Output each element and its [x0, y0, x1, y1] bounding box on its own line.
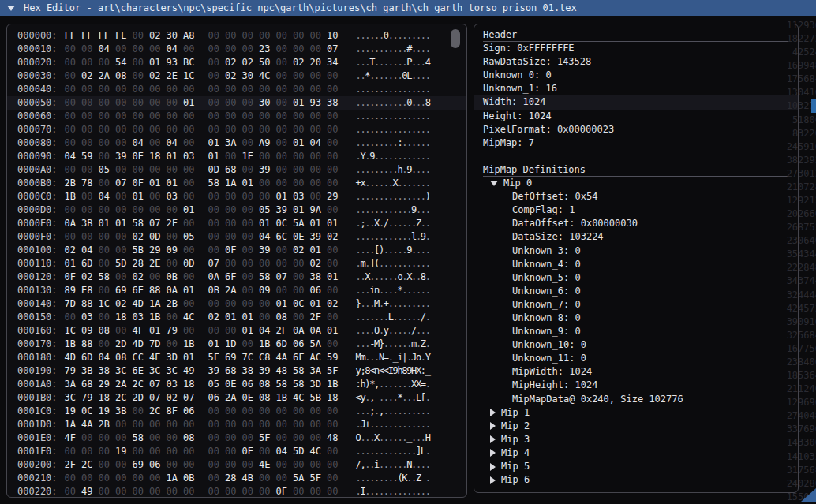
hex-byte[interactable]: 00 — [293, 271, 305, 284]
hex-byte[interactable]: 00 — [327, 110, 339, 123]
hex-byte[interactable]: 2C — [115, 391, 127, 405]
hex-ascii[interactable]: .m.](........... — [346, 257, 430, 271]
hex-ascii[interactable]: .Y.9............ — [346, 150, 430, 163]
hex-byte[interactable]: 00 — [183, 190, 195, 203]
hex-byte[interactable]: 00 — [310, 190, 322, 203]
hex-byte[interactable]: 00 — [327, 257, 339, 271]
hex-ascii[interactable]: ...............) — [346, 190, 430, 203]
hex-byte[interactable]: 01 — [310, 217, 322, 230]
hex-byte[interactable]: 00 — [208, 431, 220, 445]
hex-ascii[interactable]: O...X......_...H — [346, 431, 430, 445]
hex-byte[interactable]: C8 — [259, 351, 271, 364]
hex-byte[interactable]: 00 — [81, 230, 93, 244]
hex-byte[interactable]: 00 — [65, 230, 77, 244]
hex-byte[interactable]: 19 — [99, 405, 110, 418]
hex-byte[interactable]: 00 — [208, 83, 220, 96]
hex-byte[interactable]: 00 — [242, 203, 254, 217]
hex-byte[interactable]: 01 — [115, 217, 127, 230]
hex-byte[interactable]: 03 — [167, 190, 178, 203]
hex-byte[interactable]: 02 — [327, 297, 339, 311]
hex-ascii[interactable]: +x......X....... — [346, 177, 430, 190]
hex-byte[interactable]: 2B — [167, 297, 178, 311]
hex-byte[interactable]: 00 — [327, 83, 339, 96]
hex-byte[interactable]: 0A — [208, 271, 220, 284]
hex-byte[interactable]: 00 — [115, 431, 127, 445]
hex-byte[interactable]: 00 — [208, 297, 220, 311]
hex-byte[interactable]: 04 — [167, 43, 178, 56]
hex-byte[interactable]: 5B — [133, 244, 144, 257]
hex-byte[interactable]: 01 — [167, 150, 178, 163]
hex-byte[interactable]: 06 — [149, 458, 161, 472]
hex-byte[interactable]: 0C — [276, 217, 288, 230]
hex-byte[interactable]: 00 — [65, 69, 77, 83]
hex-byte[interactable]: 04 — [99, 190, 110, 203]
hex-byte[interactable]: 2B — [65, 177, 77, 190]
hex-byte[interactable]: 50 — [259, 56, 271, 69]
hex-byte[interactable]: 00 — [276, 257, 288, 271]
hex-byte[interactable]: 00 — [208, 110, 220, 123]
hex-byte[interactable]: 00 — [242, 29, 254, 43]
hex-byte[interactable]: 00 — [276, 163, 288, 177]
hex-byte[interactable]: 69 — [115, 284, 127, 297]
hex-byte[interactable]: 00 — [133, 123, 144, 136]
hex-byte[interactable]: 00 — [81, 431, 93, 445]
tree-collapsed-icon[interactable] — [490, 435, 496, 443]
hex-byte[interactable]: 00 — [310, 69, 322, 83]
hex-byte[interactable]: 68 — [225, 364, 237, 378]
hex-byte[interactable]: 2B — [99, 418, 110, 431]
hex-byte[interactable]: 02 — [81, 271, 93, 284]
hex-byte[interactable]: 28 — [225, 472, 237, 485]
hex-byte[interactable]: 4C — [293, 391, 305, 405]
hex-byte[interactable]: 08 — [276, 311, 288, 324]
hex-byte[interactable]: 08 — [259, 391, 271, 405]
hex-byte[interactable]: 39 — [259, 163, 271, 177]
hex-byte[interactable]: FF — [99, 29, 110, 43]
hex-byte[interactable]: 01 — [149, 177, 161, 190]
hex-byte[interactable]: 00 — [115, 271, 127, 284]
hex-byte[interactable]: 9A — [310, 203, 322, 217]
hex-byte[interactable]: 08 — [259, 378, 271, 391]
hex-byte[interactable]: 07 — [115, 177, 127, 190]
hex-byte[interactable]: 00 — [293, 29, 305, 43]
hex-byte[interactable]: 4D — [65, 351, 77, 364]
hex-byte[interactable]: 48 — [327, 431, 339, 445]
hex-byte[interactable]: 00 — [149, 485, 161, 498]
hex-byte[interactable]: 09 — [81, 324, 93, 338]
hex-byte[interactable]: FE — [115, 29, 127, 43]
hex-byte[interactable]: 0B — [167, 271, 178, 284]
hex-byte[interactable]: 00 — [259, 29, 271, 43]
hex-byte[interactable]: 00 — [149, 445, 161, 458]
hex-byte[interactable]: 00 — [276, 418, 288, 431]
hex-byte[interactable]: 00 — [99, 458, 110, 472]
hex-byte[interactable]: 00 — [167, 83, 178, 96]
hex-byte[interactable]: 00 — [327, 485, 339, 498]
hex-byte[interactable]: 5F — [310, 472, 322, 485]
hex-scrollbar-thumb[interactable] — [451, 29, 460, 48]
hex-byte[interactable]: 49 — [183, 364, 195, 378]
hex-byte[interactable]: 58 — [259, 271, 271, 284]
hex-byte[interactable]: 58 — [133, 217, 144, 230]
hex-byte[interactable]: 00 — [167, 445, 178, 458]
hex-byte[interactable]: 02 — [293, 244, 305, 257]
hex-byte[interactable]: 00 — [293, 123, 305, 136]
hex-byte[interactable]: 3B — [81, 364, 93, 378]
hex-byte[interactable]: 0C — [293, 297, 305, 311]
hex-byte[interactable]: 78 — [81, 177, 93, 190]
hex-byte[interactable]: 00 — [183, 110, 195, 123]
hex-byte[interactable]: 00 — [242, 284, 254, 297]
hex-byte[interactable]: 00 — [327, 69, 339, 83]
hex-byte[interactable]: 00 — [99, 136, 110, 150]
hex-byte[interactable]: 00 — [149, 110, 161, 123]
hex-byte[interactable]: 00 — [133, 445, 144, 458]
hex-ascii[interactable]: .I.............. — [346, 485, 430, 498]
hex-ascii[interactable]: ............9... — [346, 203, 430, 217]
hex-byte[interactable]: 00 — [293, 284, 305, 297]
hex-byte[interactable]: 54 — [115, 56, 127, 69]
hex-byte[interactable]: 01 — [327, 271, 339, 284]
hex-byte[interactable]: 01 — [99, 217, 110, 230]
hex-byte[interactable]: 04 — [99, 43, 110, 56]
hex-byte[interactable]: 5F — [327, 364, 339, 378]
hex-byte[interactable]: 38 — [99, 364, 110, 378]
hex-byte[interactable]: 00 — [225, 190, 237, 203]
hex-byte[interactable]: 00 — [183, 297, 195, 311]
